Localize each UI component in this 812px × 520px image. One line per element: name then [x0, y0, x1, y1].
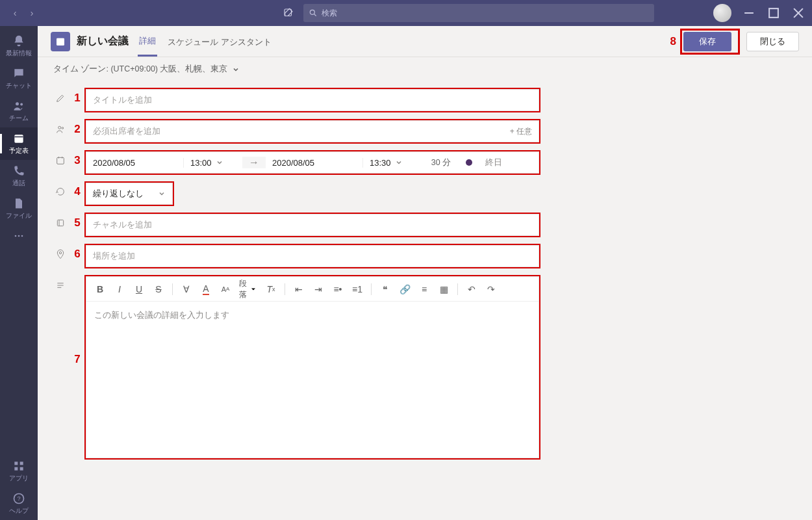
- svg-point-22: [58, 126, 61, 129]
- rail-calls[interactable]: 通話: [0, 160, 38, 192]
- annotation-4: 4: [70, 181, 84, 198]
- location-input[interactable]: 場所を追加: [86, 245, 539, 267]
- maximize-button[interactable]: [767, 6, 781, 20]
- chevron-down-icon: [158, 190, 166, 198]
- svg-rect-9: [14, 135, 23, 143]
- strike-button[interactable]: S: [150, 281, 167, 298]
- close-button[interactable]: 閉じる: [746, 32, 799, 51]
- recurrence-select[interactable]: 繰り返しなし: [86, 183, 173, 205]
- annotation-1: 1: [70, 88, 84, 105]
- annotation-6: 6: [70, 244, 84, 261]
- search-input[interactable]: 検索: [303, 4, 654, 22]
- tab-details[interactable]: 詳細: [138, 26, 157, 57]
- svg-rect-4: [769, 8, 778, 18]
- svg-point-1: [310, 10, 314, 14]
- svg-point-12: [18, 235, 20, 237]
- svg-rect-16: [14, 467, 18, 471]
- timezone-label: タイム ゾーン: (UTC+09:00) 大阪、札幌、東京: [53, 64, 228, 75]
- tab-scheduling-assistant[interactable]: スケジュール アシスタント: [166, 27, 273, 56]
- start-date-input[interactable]: 2020/08/05: [86, 158, 184, 168]
- title-bar: ‹ › 検索: [0, 0, 812, 26]
- rail-calendar[interactable]: 予定表: [0, 127, 38, 160]
- close-window-button[interactable]: [791, 6, 806, 20]
- svg-point-7: [16, 102, 19, 105]
- italic-button[interactable]: I: [111, 281, 128, 298]
- svg-point-23: [62, 127, 64, 129]
- required-attendees-input[interactable]: 必須出席者を追加 + 任意: [86, 120, 539, 142]
- avatar[interactable]: [713, 4, 731, 22]
- outdent-button[interactable]: ⇤: [290, 281, 307, 298]
- channel-input[interactable]: チャネルを追加: [86, 214, 539, 236]
- redo-button[interactable]: ↷: [483, 281, 500, 298]
- start-time-input[interactable]: 13:00: [184, 158, 242, 168]
- bold-button[interactable]: B: [92, 281, 108, 298]
- undo-button[interactable]: ↶: [463, 281, 480, 298]
- clear-format-button[interactable]: Tx: [262, 281, 279, 298]
- indent-button[interactable]: ⇥: [310, 281, 327, 298]
- annotation-8: 8: [670, 35, 676, 48]
- bullet-list-button[interactable]: ≡•: [329, 281, 346, 298]
- recurrence-icon: [51, 181, 70, 197]
- editor-toolbar: B I U S ∀ A AA 段落 Tx ⇤ ⇥ ≡• ≡1: [86, 277, 539, 302]
- allday-toggle[interactable]: 終日: [477, 157, 510, 168]
- rail-apps[interactable]: アプリ: [0, 455, 38, 488]
- hr-button[interactable]: ≡: [416, 281, 433, 298]
- title-input[interactable]: タイトルを追加: [86, 89, 539, 111]
- minimize-button[interactable]: [742, 6, 756, 20]
- svg-rect-15: [20, 462, 23, 465]
- annotation-5: 5: [70, 213, 84, 229]
- quote-button[interactable]: ❝: [377, 281, 394, 298]
- chevron-down-icon: [249, 285, 257, 293]
- search-icon: [309, 8, 318, 18]
- clock-icon: [51, 150, 70, 166]
- duration-label: 30 分: [422, 157, 461, 168]
- rail-help[interactable]: ? ヘルプ: [0, 488, 38, 520]
- chevron-down-icon: [395, 159, 403, 166]
- pencil-icon: [51, 88, 70, 103]
- rail-activity[interactable]: 最新情報: [0, 30, 38, 62]
- highlight-button[interactable]: ∀: [178, 281, 195, 298]
- svg-rect-17: [20, 467, 23, 471]
- details-editor[interactable]: B I U S ∀ A AA 段落 Tx ⇤ ⇥ ≡• ≡1: [86, 276, 539, 458]
- status-dot-icon: [466, 159, 472, 166]
- chevron-down-icon: [216, 159, 223, 166]
- svg-point-29: [59, 252, 61, 254]
- annotation-2: 2: [70, 119, 84, 136]
- calendar-icon: [51, 32, 70, 51]
- arrow-right-icon: →: [242, 157, 266, 168]
- forward-button[interactable]: ›: [25, 6, 39, 20]
- channel-icon: [51, 213, 70, 228]
- svg-rect-24: [57, 157, 64, 164]
- back-button[interactable]: ‹: [8, 6, 22, 20]
- rail-files[interactable]: ファイル: [0, 192, 38, 225]
- editor-body[interactable]: この新しい会議の詳細を入力します: [86, 302, 539, 458]
- rail-more[interactable]: [0, 225, 38, 247]
- number-list-button[interactable]: ≡1: [349, 281, 366, 298]
- annotation-box-save: 保存: [680, 29, 740, 55]
- rail-teams[interactable]: チーム: [0, 95, 38, 127]
- underline-button[interactable]: U: [131, 281, 147, 298]
- annotation-3: 3: [70, 150, 84, 167]
- font-color-button[interactable]: A: [197, 281, 214, 298]
- end-time-input[interactable]: 13:30: [363, 158, 422, 168]
- chevron-down-icon: [232, 66, 240, 73]
- svg-text:?: ?: [17, 495, 20, 502]
- compose-icon[interactable]: [280, 5, 297, 21]
- people-icon: [51, 119, 70, 135]
- rail-chat[interactable]: チャット: [0, 62, 38, 95]
- save-button[interactable]: 保存: [683, 32, 731, 51]
- font-size-button[interactable]: AA: [217, 281, 234, 298]
- svg-line-2: [314, 14, 316, 16]
- timezone-selector[interactable]: タイム ゾーン: (UTC+09:00) 大阪、札幌、東京: [38, 57, 812, 79]
- location-icon: [51, 244, 70, 259]
- search-placeholder: 検索: [322, 8, 337, 19]
- svg-rect-27: [57, 220, 63, 226]
- svg-point-13: [21, 235, 23, 237]
- paragraph-select[interactable]: 段落: [236, 278, 260, 300]
- main-content: 新しい会議 詳細 スケジュール アシスタント 8 保存 閉じる タイム ゾーン:…: [38, 26, 812, 520]
- end-date-input[interactable]: 2020/08/05: [266, 158, 363, 168]
- optional-attendees-button[interactable]: + 任意: [510, 126, 532, 137]
- svg-rect-14: [14, 462, 18, 465]
- table-button[interactable]: ▦: [435, 281, 452, 298]
- link-button[interactable]: 🔗: [396, 281, 413, 298]
